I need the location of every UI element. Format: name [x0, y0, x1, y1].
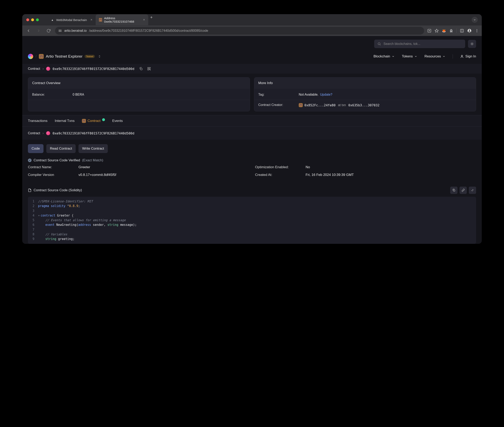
bear-icon: 🐻 — [39, 54, 44, 59]
line-number: 8 — [28, 232, 38, 237]
svg-rect-28 — [148, 69, 149, 70]
nav-label: Blockchain — [373, 54, 390, 58]
close-tab-icon[interactable]: × — [90, 18, 92, 22]
url-path: /address/0xe9c703321910746fF801572C9F826… — [89, 29, 208, 32]
svg-rect-1 — [61, 30, 62, 30]
svg-line-20 — [471, 43, 472, 43]
explorer-name: Artio Testnet Explorer — [46, 54, 82, 59]
verified-section: ✓ Contract Source Code Verified (Exact M… — [22, 153, 482, 162]
line-number: 5 — [28, 218, 38, 223]
sidepanel-icon[interactable] — [460, 29, 464, 33]
browser-tab-2[interactable]: 🐻 Address 0xe9c7033219107468 × — [96, 14, 148, 25]
theme-toggle-button[interactable] — [468, 40, 476, 48]
link-button[interactable] — [459, 187, 467, 194]
logo-icon[interactable] — [28, 54, 33, 59]
tab-events[interactable]: Events — [112, 119, 123, 123]
breadcrumb-secondary: Contract › 0xe9c703321910746fF801572C9F8… — [22, 127, 482, 140]
line-number: 9 — [28, 237, 38, 241]
svg-rect-26 — [148, 67, 149, 68]
tab-contract[interactable]: 🐻 Contract — [82, 119, 105, 123]
contract-details: Contract Name: Greeter Optimization Enab… — [22, 162, 482, 177]
verified-text: Contract Source Code Verified — [34, 158, 80, 162]
svg-rect-27 — [149, 67, 150, 68]
install-app-icon[interactable] — [427, 29, 431, 33]
browser-tab-1[interactable]: ▲ Web3Modal Berachain × — [47, 14, 96, 25]
chevron-down-icon — [473, 18, 476, 21]
verified-badge-icon — [102, 118, 105, 121]
tab-label: Contract — [88, 119, 101, 123]
subtab-write[interactable]: Write Contract — [78, 144, 108, 153]
signin-button[interactable]: Sign In — [460, 54, 476, 58]
nav-label: Resources — [425, 54, 441, 58]
at-txn-label: at txn — [338, 103, 346, 107]
bear-icon: 🐻 — [299, 103, 303, 107]
search-input[interactable]: Search blockchains, tok... — [374, 40, 465, 48]
reload-icon — [47, 29, 51, 33]
metamask-icon[interactable]: 🦊 — [442, 29, 446, 33]
nav-blockchain[interactable]: Blockchain — [373, 54, 395, 58]
creator-address[interactable]: 0x852Fc...24fe80 — [304, 103, 335, 107]
link-icon — [462, 189, 465, 192]
top-bar: Search blockchains, tok... — [22, 36, 482, 52]
svg-rect-25 — [140, 68, 142, 70]
subtab-code[interactable]: Code — [28, 144, 44, 153]
menu-icon[interactable] — [475, 29, 479, 33]
line-number: 1 — [28, 199, 38, 204]
line-number: 7 — [28, 228, 38, 232]
selector-icon — [98, 55, 101, 58]
url-input[interactable]: artio.beratrail.io/address/0xe9c70332191… — [55, 27, 424, 35]
minimize-window-button[interactable] — [31, 18, 34, 21]
nav-label: Tokens — [402, 54, 413, 58]
balance-value: 0 BERA — [73, 93, 84, 96]
copy-code-button[interactable] — [450, 187, 457, 194]
browser-window: ▲ Web3Modal Berachain × 🐻 Address 0xe9c7… — [22, 14, 482, 244]
svg-line-21 — [473, 45, 473, 45]
explorer-selector[interactable]: 🐻 Artio Testnet Explorer Testnet — [39, 54, 101, 59]
contract-address: 0xe9c703321910746fF801572C9F826B17440d50… — [53, 67, 134, 71]
copy-icon[interactable] — [139, 67, 143, 70]
close-window-button[interactable] — [26, 18, 29, 21]
identicon-icon — [46, 131, 50, 135]
browser-tabs: ▲ Web3Modal Berachain × 🐻 Address 0xe9c7… — [47, 14, 469, 25]
svg-point-15 — [472, 43, 473, 45]
compiler-value: v0.8.17+commit.8df45f5f — [78, 173, 249, 177]
tab-title: Address 0xe9c7033219107468 — [104, 16, 140, 23]
qr-icon[interactable] — [147, 67, 151, 70]
subtab-read[interactable]: Read Contract — [46, 144, 76, 153]
txn-hash[interactable]: 0x635b3...307032 — [348, 103, 380, 107]
tab-transactions[interactable]: Transactions — [28, 119, 47, 123]
chevron-down-icon — [442, 55, 445, 58]
source-code[interactable]: 1//SPDX-License-Identifier: MIT 2pragma … — [28, 197, 476, 244]
star-icon[interactable] — [435, 29, 439, 33]
svg-point-9 — [469, 30, 470, 31]
optimization-value: No — [306, 165, 476, 169]
window-menu-button[interactable] — [472, 17, 478, 23]
svg-point-24 — [461, 55, 463, 56]
svg-rect-30 — [150, 70, 150, 70]
addrbar-actions: 🦊 — [427, 29, 479, 33]
close-tab-icon[interactable]: × — [143, 18, 145, 22]
exact-match: (Exact Match) — [82, 158, 103, 162]
forward-button[interactable] — [35, 27, 42, 34]
maximize-window-button[interactable] — [36, 18, 39, 21]
nav-resources[interactable]: Resources — [425, 54, 445, 58]
fold-icon[interactable]: ▾ — [38, 213, 40, 218]
contract-name-label: Contract Name: — [28, 165, 72, 169]
line-number: 4 — [28, 213, 38, 218]
breadcrumb: Contract › 0xe9c703321910746fF801572C9F8… — [22, 64, 482, 74]
arrow-left-icon — [26, 29, 31, 33]
nav-tokens[interactable]: Tokens — [402, 54, 417, 58]
reload-button[interactable] — [45, 28, 52, 34]
creator-label: Contract Creator: — [258, 103, 299, 107]
expand-button[interactable] — [469, 187, 476, 194]
chevron-down-icon — [392, 55, 395, 58]
extensions-icon[interactable] — [449, 29, 453, 33]
tag-row: Tag: Not Available. Update? — [254, 90, 476, 100]
profile-icon[interactable] — [467, 29, 472, 33]
update-link[interactable]: Update? — [320, 93, 333, 96]
new-tab-button[interactable]: + — [148, 14, 155, 25]
copy-icon — [452, 189, 456, 192]
back-button[interactable] — [25, 27, 32, 34]
tab-internal-txns[interactable]: Internal Txns — [55, 119, 75, 123]
svg-rect-3 — [61, 31, 62, 32]
